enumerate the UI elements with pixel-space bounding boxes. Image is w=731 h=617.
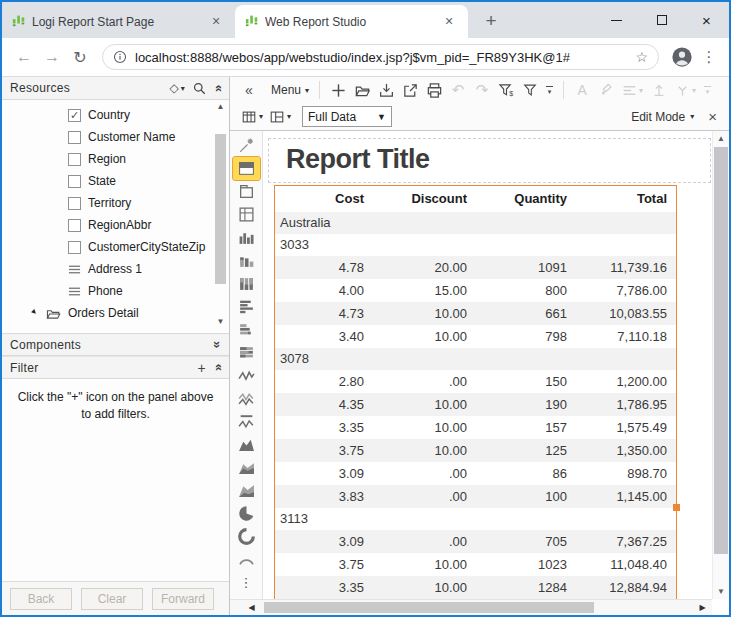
- chart-stacked-column-icon[interactable]: [233, 272, 260, 295]
- table-row[interactable]: 3.3510.001571,575.49: [275, 416, 676, 439]
- scroll-right-icon[interactable]: ▶: [695, 600, 710, 615]
- table-cell[interactable]: 12,884.94: [574, 576, 674, 599]
- reload-icon[interactable]: ↻: [66, 48, 94, 67]
- checkbox-checked-icon[interactable]: ✓: [68, 109, 81, 122]
- group-label[interactable]: 3078: [275, 348, 676, 370]
- banded-object-icon[interactable]: [233, 157, 260, 180]
- table-cell[interactable]: 3.83: [275, 485, 371, 508]
- undo-icon[interactable]: ↶: [447, 79, 469, 101]
- scroll-up-icon[interactable]: ▲: [213, 102, 228, 116]
- sort-resources-icon[interactable]: ◇▾: [170, 81, 185, 95]
- filter-icon[interactable]: [519, 79, 541, 101]
- table-cell[interactable]: 4.00: [275, 279, 371, 302]
- checkbox-icon[interactable]: [68, 175, 81, 188]
- branch-icon[interactable]: ▾: [672, 79, 699, 101]
- edit-mode-button[interactable]: Edit Mode▾: [631, 110, 694, 124]
- chart-pie-icon[interactable]: [233, 502, 260, 525]
- checkbox-icon[interactable]: [68, 241, 81, 254]
- group-label[interactable]: 3033: [275, 234, 676, 256]
- scrollbar-thumb[interactable]: [264, 602, 594, 613]
- close-studio-icon[interactable]: ×: [704, 108, 721, 125]
- chart-bar-icon[interactable]: [233, 295, 260, 318]
- tab-logi-start-page[interactable]: Logi Report Start Page ×: [2, 5, 235, 38]
- table-cell[interactable]: 1,575.49: [574, 416, 674, 439]
- table-cell[interactable]: 3.09: [275, 462, 371, 485]
- table-cell[interactable]: 10.00: [371, 416, 474, 439]
- table-cell[interactable]: 7,367.25: [574, 530, 674, 553]
- table-cell[interactable]: 4.35: [275, 393, 371, 416]
- scroll-down-icon[interactable]: ▼: [713, 584, 729, 599]
- table-cell[interactable]: 1,350.00: [574, 439, 674, 462]
- resource-item-orders-detail[interactable]: ▸Orders Detail: [2, 302, 229, 324]
- group-row[interactable]: 3033: [275, 234, 676, 256]
- table-row[interactable]: 3.7510.00102311,048.40: [275, 553, 676, 576]
- resource-item-region[interactable]: Region: [2, 148, 229, 170]
- new-tab-button[interactable]: +: [478, 10, 504, 32]
- table-row[interactable]: 4.0015.008007,786.00: [275, 279, 676, 302]
- scroll-left-icon[interactable]: ◀: [244, 600, 259, 615]
- tab-close-icon[interactable]: ×: [440, 13, 458, 31]
- tab-close-icon[interactable]: ×: [207, 13, 225, 31]
- table-cell[interactable]: 1091: [474, 256, 574, 279]
- column-header[interactable]: Total: [574, 186, 674, 212]
- crosstab-icon[interactable]: [233, 203, 260, 226]
- chart-area-icon[interactable]: [233, 433, 260, 456]
- table-cell[interactable]: 10.00: [371, 553, 474, 576]
- table-cell[interactable]: 11,739.16: [574, 256, 674, 279]
- column-header[interactable]: Discount: [371, 186, 474, 212]
- report-wizard-icon[interactable]: [233, 134, 260, 157]
- collapse-filter-icon[interactable]: »: [214, 360, 221, 375]
- maximize-button[interactable]: [639, 2, 684, 38]
- format-painter-icon[interactable]: [595, 79, 617, 101]
- group-label[interactable]: Australia: [275, 212, 676, 234]
- collapse-resources-icon[interactable]: »: [214, 81, 221, 96]
- report-title[interactable]: Report Title: [286, 144, 710, 175]
- report-table[interactable]: CostDiscountQuantityTotal Australia30334…: [274, 185, 677, 599]
- checkbox-icon[interactable]: [68, 131, 81, 144]
- chart-column-icon[interactable]: [233, 226, 260, 249]
- table-cell[interactable]: 4.78: [275, 256, 371, 279]
- browser-menu-icon[interactable]: ⋮: [697, 48, 721, 66]
- table-cell[interactable]: 10.00: [371, 325, 474, 348]
- redo-icon[interactable]: ↷: [471, 79, 493, 101]
- resource-item-country[interactable]: ✓Country: [2, 104, 229, 126]
- collapse-panel-icon[interactable]: «: [238, 79, 260, 101]
- rotate-icon[interactable]: [648, 79, 670, 101]
- table-header-row[interactable]: CostDiscountQuantityTotal: [275, 186, 676, 212]
- chart-gauge-icon[interactable]: [233, 548, 260, 571]
- more-tools-overflow-icon[interactable]: ▾: [704, 86, 711, 94]
- table-cell[interactable]: 3.35: [275, 416, 371, 439]
- table-cell[interactable]: 1,145.00: [574, 485, 674, 508]
- table-row[interactable]: 3.09.007057,367.25: [275, 530, 676, 553]
- search-resources-icon[interactable]: [193, 82, 206, 95]
- checkbox-icon[interactable]: [68, 219, 81, 232]
- menu-button[interactable]: Menu▾: [262, 79, 312, 101]
- table-cell[interactable]: 898.70: [574, 462, 674, 485]
- chart-bench-bar-icon[interactable]: [233, 318, 260, 341]
- table-cell[interactable]: 3.75: [275, 553, 371, 576]
- table-cell[interactable]: 3.40: [275, 325, 371, 348]
- browser-forward-icon[interactable]: →: [38, 48, 66, 66]
- checkbox-icon[interactable]: [68, 197, 81, 210]
- url-field[interactable]: localhost:8888/webos/app/webstudio/index…: [102, 44, 659, 70]
- column-header[interactable]: Quantity: [474, 186, 574, 212]
- table-cell[interactable]: 2.80: [275, 370, 371, 393]
- table-cell[interactable]: 1284: [474, 576, 574, 599]
- filter-panel-header[interactable]: Filter + »: [2, 356, 229, 379]
- table-cell[interactable]: .00: [371, 530, 474, 553]
- table-cell[interactable]: 150: [474, 370, 574, 393]
- chart-bench-area-icon[interactable]: [233, 479, 260, 502]
- scroll-up-icon[interactable]: ▲: [713, 131, 729, 146]
- resource-item-customer-name[interactable]: Customer Name: [2, 126, 229, 148]
- data-view-select[interactable]: Full Data ▼: [302, 106, 392, 127]
- table-cell[interactable]: 3.35: [275, 576, 371, 599]
- scrollbar-thumb[interactable]: [714, 147, 728, 554]
- table-row[interactable]: 3.7510.001251,350.00: [275, 439, 676, 462]
- table-cell[interactable]: 3.09: [275, 530, 371, 553]
- save-report-icon[interactable]: [375, 79, 397, 101]
- table-cell[interactable]: 20.00: [371, 256, 474, 279]
- table-cell[interactable]: 10.00: [371, 576, 474, 599]
- table-cell[interactable]: .00: [371, 462, 474, 485]
- export-report-icon[interactable]: [399, 79, 421, 101]
- table-cell[interactable]: .00: [371, 370, 474, 393]
